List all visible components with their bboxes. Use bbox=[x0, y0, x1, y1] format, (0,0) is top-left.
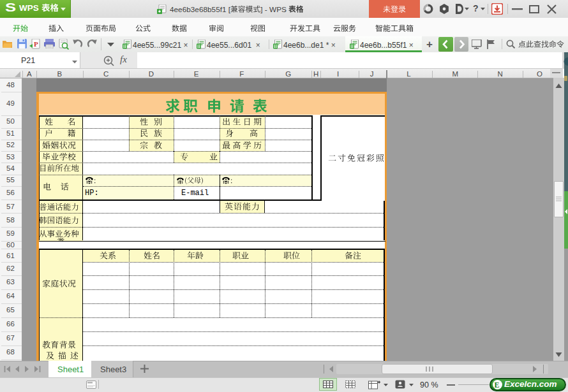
svg-text:P: P bbox=[34, 40, 38, 48]
